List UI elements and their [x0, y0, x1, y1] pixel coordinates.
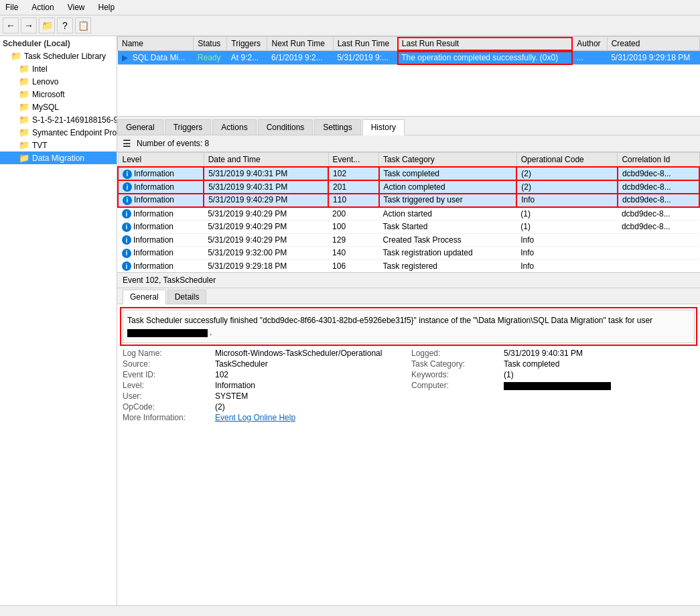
info-icon: i	[122, 261, 131, 271]
event-correlation: dcbd9dec-8...	[618, 180, 699, 194]
sidebar-label: Lenovo	[32, 77, 58, 86]
info-icon: i	[122, 209, 131, 219]
table-row[interactable]: iInformation5/31/2019 9:32:00 PM140Task …	[118, 247, 699, 260]
task-cat-label: Task Category:	[411, 359, 498, 369]
event-datetime: 5/31/2019 9:40:29 PM	[204, 221, 328, 234]
table-row[interactable]: iInformation5/31/2019 9:40:29 PM100Task …	[118, 221, 699, 234]
event-id: 129	[328, 233, 379, 247]
table-row[interactable]: iInformation5/31/2019 9:29:18 PM106Task …	[118, 259, 699, 273]
back-button[interactable]: ←	[3, 17, 19, 34]
sidebar-item-symantec[interactable]: 📁 Symantec Endpoint Protection	[0, 126, 117, 139]
tab-triggers[interactable]: Triggers	[165, 119, 212, 135]
event-opcode: Info	[516, 247, 618, 260]
event-level: iInformation	[118, 233, 204, 247]
sidebar-label: S-1-5-21-1469188156-96088920	[32, 115, 117, 125]
redacted-username	[127, 329, 208, 337]
event-table: Level Date and Time Event... Task Catego…	[117, 152, 700, 273]
event-id: 110	[328, 194, 379, 207]
sidebar-label: Intel	[32, 64, 48, 74]
source-label: Source:	[123, 359, 210, 369]
event-level: iInformation	[118, 247, 204, 260]
event-correlation: dcbd9dec-8...	[618, 221, 699, 234]
event-opcode: Info	[516, 259, 618, 273]
sidebar-item-tvt[interactable]: 📁 TVT	[0, 139, 117, 151]
sidebar-item-data-migration[interactable]: 📁 Data Migration	[0, 151, 117, 164]
level-label: Level:	[123, 381, 210, 390]
sidebar-item-microsoft[interactable]: 📁 Microsoft	[0, 88, 117, 101]
computer-value	[504, 381, 695, 390]
event-category: Action completed	[379, 180, 517, 194]
sidebar-item-lenovo[interactable]: 📁 Lenovo	[0, 75, 117, 88]
col-created[interactable]: Created	[607, 37, 699, 51]
more-info-link[interactable]: Event Log Online Help	[215, 413, 406, 422]
task-name: ▶ SQL Data Mi...	[118, 51, 194, 65]
opcode-value: (2)	[215, 402, 406, 412]
tab-general[interactable]: General	[117, 119, 163, 135]
level-value: Information	[215, 381, 406, 390]
detail-tab-details[interactable]: Details	[167, 290, 207, 304]
table-row[interactable]: iInformation5/31/2019 9:40:29 PM110Task …	[118, 194, 699, 207]
detail-tab-general[interactable]: General	[123, 290, 166, 304]
table-row[interactable]: iInformation5/31/2019 9:40:29 PM129Creat…	[118, 233, 699, 247]
info-icon: i	[122, 249, 131, 258]
tab-bar: General Triggers Actions Conditions Sett…	[117, 117, 700, 135]
event-correlation: dcbd9dec-8...	[618, 194, 699, 207]
source-value: TaskScheduler	[215, 359, 406, 369]
col-triggers[interactable]: Triggers	[227, 37, 267, 51]
table-row[interactable]: iInformation5/31/2019 9:40:29 PM200Actio…	[118, 207, 699, 221]
sidebar-item-task-scheduler-library[interactable]: 📁 Task Scheduler Library	[0, 50, 117, 62]
task-last-result: The operation completed successfully. (0…	[397, 51, 572, 65]
folder-button[interactable]: 📁	[39, 17, 55, 34]
menu-help[interactable]: Help	[96, 1, 118, 13]
menu-view[interactable]: View	[65, 1, 88, 13]
sidebar: Scheduler (Local) 📁 Task Scheduler Libra…	[0, 36, 117, 605]
col-datetime[interactable]: Date and Time	[204, 153, 328, 168]
info-icon: i	[123, 170, 132, 179]
folder-icon: 📁	[19, 64, 29, 74]
menu-action[interactable]: Action	[29, 1, 56, 13]
event-id: 140	[328, 247, 379, 260]
tab-settings[interactable]: Settings	[314, 119, 360, 135]
table-row[interactable]: iInformation5/31/2019 9:40:31 PM201Actio…	[118, 180, 699, 194]
event-detail-header: Event 102, TaskScheduler	[117, 273, 700, 288]
col-status[interactable]: Status	[194, 37, 227, 51]
table-row[interactable]: iInformation5/31/2019 9:40:31 PM102Task …	[118, 167, 699, 180]
folder-icon: 📁	[19, 127, 29, 137]
event-opcode: (1)	[516, 207, 618, 221]
task-author: ...	[573, 51, 607, 65]
clipboard-button[interactable]: 📋	[75, 17, 91, 34]
sidebar-label: Data Migration	[32, 153, 84, 163]
task-table: Name Status Triggers Next Run Time Last …	[117, 36, 700, 65]
event-table-container: Level Date and Time Event... Task Catego…	[117, 152, 700, 273]
col-opcode[interactable]: Operational Code	[516, 153, 618, 168]
tab-conditions[interactable]: Conditions	[258, 119, 313, 135]
event-level: iInformation	[118, 167, 204, 180]
sidebar-item-mysql[interactable]: 📁 MySQL	[0, 101, 117, 113]
col-correlation[interactable]: Correlation Id	[618, 153, 699, 168]
menu-file[interactable]: File	[3, 1, 21, 13]
sidebar-item-intel[interactable]: 📁 Intel	[0, 62, 117, 75]
task-list-area: Name Status Triggers Next Run Time Last …	[117, 36, 700, 117]
col-event[interactable]: Event...	[328, 153, 379, 168]
help-button[interactable]: ?	[57, 17, 73, 34]
col-name[interactable]: Name	[118, 37, 194, 51]
col-category[interactable]: Task Category	[379, 153, 517, 168]
event-category: Task registration updated	[379, 247, 517, 260]
event-opcode: Info	[516, 194, 618, 207]
col-last-result[interactable]: Last Run Result	[397, 37, 572, 51]
folder-icon: 📁	[19, 115, 29, 125]
tab-actions[interactable]: Actions	[212, 119, 256, 135]
table-row[interactable]: ▶ SQL Data Mi... Ready At 9:2... 6/1/201…	[118, 51, 700, 65]
col-next-run[interactable]: Next Run Time	[267, 37, 333, 51]
col-level[interactable]: Level	[118, 153, 204, 168]
event-message-suffix: "dcbd9dec-8f66-4301-82bd-e5926ebe31f5}" …	[260, 316, 652, 325]
task-next-run: 6/1/2019 9:2...	[267, 51, 333, 65]
more-info-label: More Information:	[123, 413, 210, 422]
bottom-scrollbar[interactable]	[0, 605, 700, 616]
sidebar-header: Scheduler (Local)	[0, 38, 117, 50]
forward-button[interactable]: →	[21, 17, 37, 34]
sidebar-item-s1[interactable]: 📁 S-1-5-21-1469188156-96088920	[0, 113, 117, 126]
tab-history[interactable]: History	[362, 119, 405, 135]
col-last-run[interactable]: Last Run Time	[333, 37, 397, 51]
col-author[interactable]: Author	[573, 37, 607, 51]
